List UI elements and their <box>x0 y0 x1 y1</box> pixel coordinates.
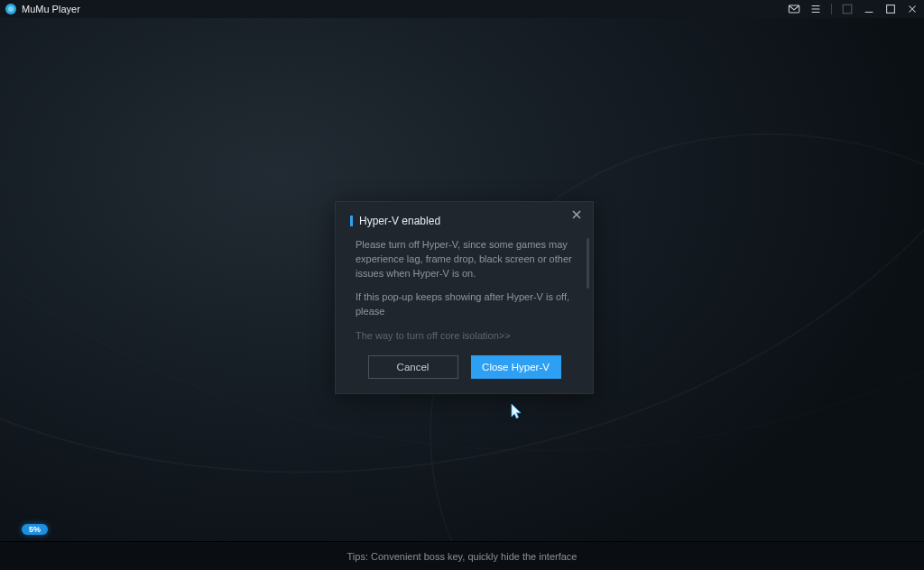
tips-text: Tips: Convenient boss key, quickly hide … <box>347 551 578 562</box>
dialog-paragraph: Please turn off Hyper-V, since some game… <box>356 238 573 281</box>
dialog-header: Hyper-V enabled <box>336 215 593 238</box>
titlebar-left: MuMu Player <box>5 4 80 14</box>
titlebar-right <box>788 3 919 15</box>
dialog-close-button[interactable] <box>569 207 584 222</box>
core-isolation-link[interactable]: The way to turn off core isolation>> <box>336 328 593 354</box>
minimize-icon[interactable] <box>863 3 875 15</box>
app-icon <box>5 4 16 14</box>
dialog-button-row: Cancel Close Hyper-V <box>336 354 593 379</box>
menu-icon[interactable] <box>809 3 822 15</box>
tips-bar: Tips: Convenient boss key, quickly hide … <box>0 541 924 570</box>
hyper-v-dialog: Hyper-V enabled Please turn off Hyper-V,… <box>335 201 594 394</box>
titlebar: MuMu Player <box>0 0 924 18</box>
close-hyper-v-button[interactable]: Close Hyper-V <box>471 355 561 379</box>
fullscreen-icon[interactable] <box>841 3 854 15</box>
svg-rect-2 <box>887 5 895 14</box>
dialog-body: Please turn off Hyper-V, since some game… <box>336 238 593 319</box>
maximize-icon[interactable] <box>884 3 897 15</box>
loading-progress-pill: 5% <box>22 524 48 535</box>
close-icon[interactable] <box>906 3 919 15</box>
svg-rect-1 <box>843 5 852 14</box>
scrollbar-thumb[interactable] <box>587 238 589 289</box>
cancel-button[interactable]: Cancel <box>368 355 458 379</box>
mail-icon[interactable] <box>788 3 800 15</box>
loading-progress-value: 5% <box>29 525 41 534</box>
app-title: MuMu Player <box>22 4 80 14</box>
dialog-paragraph: If this pop-up keeps showing after Hyper… <box>356 290 573 319</box>
header-accent-bar <box>350 216 353 226</box>
titlebar-divider <box>831 4 832 14</box>
dialog-title: Hyper-V enabled <box>359 215 440 227</box>
